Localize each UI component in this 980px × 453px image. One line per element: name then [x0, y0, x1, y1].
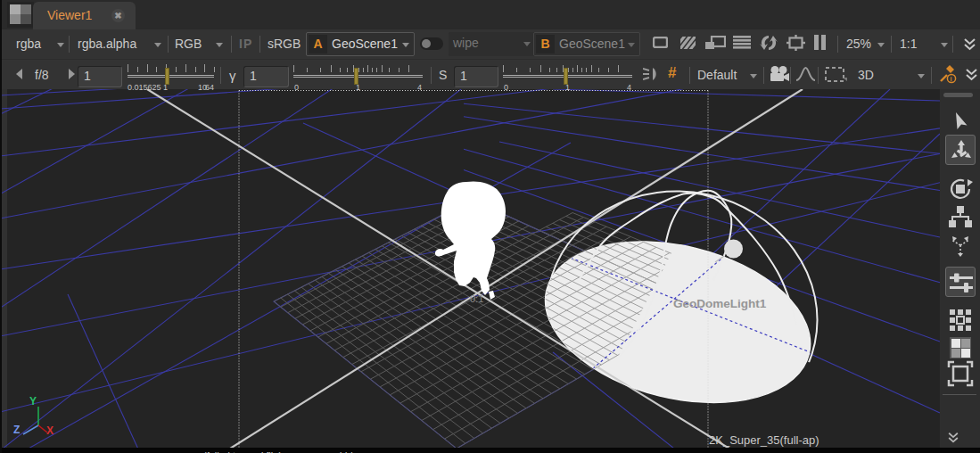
svg-text:i: i [950, 76, 951, 82]
svg-text:GeoDomeLight1: GeoDomeLight1 [673, 297, 767, 310]
svg-text:2K_Super_35(full-ap): 2K_Super_35(full-ap) [709, 433, 819, 447]
svg-text:0:1: 0:1 [470, 293, 483, 304]
svg-text:X: X [46, 424, 54, 437]
svg-text:Y: Y [29, 395, 37, 408]
svg-text:Z: Z [13, 424, 20, 436]
